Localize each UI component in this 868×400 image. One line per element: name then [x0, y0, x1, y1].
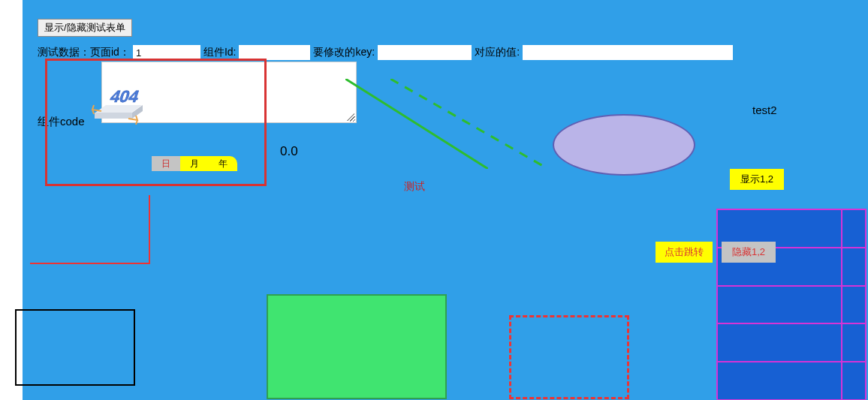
grid-cell	[717, 362, 842, 400]
red-outline-shape	[30, 195, 150, 264]
canvas: 显示/隐藏测试表单 测试数据：页面id： 组件Id: 要修改的key: 对应的值…	[23, 0, 868, 400]
comp-id-label: 组件Id:	[203, 46, 237, 59]
form-prefix-label: 测试数据：页面id：	[38, 46, 130, 59]
hide-1-2-button[interactable]: 隐藏1,2	[722, 242, 776, 263]
show-1-2-button[interactable]: 显示1,2	[730, 169, 784, 190]
grid-cell	[842, 323, 866, 362]
tab-year[interactable]: 年	[209, 156, 237, 171]
green-rectangle	[267, 294, 447, 399]
key-label: 要修改的key:	[313, 46, 375, 59]
toggle-form-button[interactable]: 显示/隐藏测试表单	[38, 19, 132, 37]
grid-cell	[842, 209, 866, 248]
test2-label: test2	[752, 104, 777, 116]
page-id-input[interactable]	[133, 45, 200, 60]
val-label: 对应的值:	[475, 46, 520, 59]
red-dashed-rectangle	[509, 315, 629, 399]
key-input[interactable]	[378, 45, 472, 60]
test-form-row: 测试数据：页面id： 组件Id: 要修改的key: 对应的值:	[38, 45, 733, 60]
svg-line-5	[390, 79, 548, 169]
comp-id-input[interactable]	[239, 45, 310, 60]
version-label: 0.0	[280, 144, 298, 159]
black-rectangle	[15, 309, 135, 386]
purple-ellipse	[553, 114, 695, 176]
date-tabs: 日 月 年	[152, 156, 237, 171]
val-input[interactable]	[523, 45, 733, 60]
test-label: 测试	[404, 180, 425, 194]
grid-cell	[842, 248, 866, 286]
click-jump-button[interactable]: 点击跳转	[656, 242, 713, 263]
grid-cell	[842, 362, 866, 400]
grid-cell	[842, 286, 866, 324]
green-dashed-line	[390, 79, 548, 169]
tab-month[interactable]: 月	[180, 156, 209, 171]
grid-cell	[717, 286, 842, 324]
grid-cell	[717, 323, 842, 362]
blue-grid-table	[716, 209, 866, 399]
tab-day[interactable]: 日	[152, 156, 180, 171]
